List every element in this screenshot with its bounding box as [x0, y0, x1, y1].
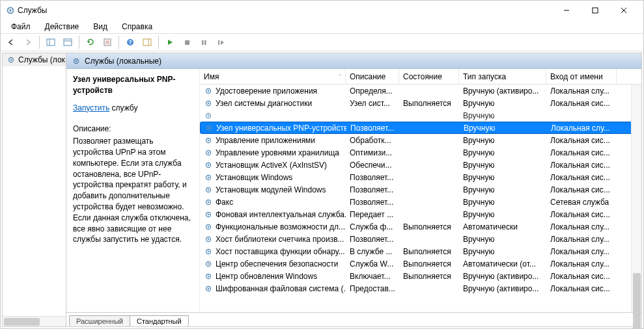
- cell-startup: Вручную (активиро...: [459, 284, 546, 293]
- description-label: Описание:: [73, 124, 193, 135]
- app-icon: [6, 6, 15, 15]
- table-row[interactable]: Вручную: [200, 109, 641, 122]
- svg-point-33: [208, 127, 210, 129]
- svg-rect-8: [64, 39, 72, 46]
- menu-view[interactable]: Вид: [87, 21, 114, 33]
- column-logon[interactable]: Вход от имени: [546, 69, 617, 84]
- gear-icon: [204, 259, 213, 269]
- window-controls: [552, 1, 638, 20]
- gear-icon: [204, 111, 213, 120]
- cell-description: Позволяет...: [346, 173, 399, 182]
- cell-name: Фоновая интеллектуальная служба...: [216, 210, 346, 219]
- cell-description: Включает...: [346, 272, 399, 281]
- cell-logon: Локальная слу...: [546, 222, 617, 231]
- table-row[interactable]: Хост поставщика функции обнару...В служб…: [200, 245, 641, 257]
- table-row[interactable]: Узел системы диагностикиУзел сист...Выпо…: [200, 97, 641, 109]
- cell-logon: Локальная сис...: [546, 173, 617, 182]
- table-row[interactable]: Управление уровнями хранилищаОптимизи...…: [200, 146, 641, 159]
- menu-file[interactable]: Файл: [5, 21, 37, 33]
- cell-startup: Вручную: [459, 173, 546, 182]
- cell-description: Обеспечи...: [346, 161, 399, 170]
- tree-root-label: Службы (лок: [18, 55, 65, 64]
- table-row[interactable]: Функциональные возможности дл...Служба ф…: [200, 220, 641, 233]
- show-hide-tree-button[interactable]: [43, 35, 59, 49]
- help-button[interactable]: ?: [122, 35, 138, 49]
- menu-action[interactable]: Действие: [38, 21, 86, 33]
- table-row[interactable]: Хост библиотеки счетчика произв...Позвол…: [200, 233, 641, 245]
- export-list-button[interactable]: [60, 35, 76, 49]
- table-row[interactable]: ФаксПозволяет...ВручнуюСетевая служба: [200, 196, 641, 208]
- cell-name: Управление уровнями хранилища: [216, 148, 339, 157]
- table-row[interactable]: Установщик WindowsПозволяет...ВручнуюЛок…: [200, 171, 641, 183]
- svg-point-31: [208, 114, 210, 116]
- gear-icon: [204, 148, 213, 157]
- start-service-button[interactable]: [162, 35, 178, 49]
- start-suffix: службу: [109, 103, 137, 112]
- cell-logon: Локальная сис...: [546, 210, 617, 219]
- back-button[interactable]: [3, 35, 19, 49]
- gear-icon: [204, 272, 213, 281]
- horizontal-scrollbar[interactable]: [3, 316, 66, 326]
- table-row[interactable]: Фоновая интеллектуальная служба...Переда…: [200, 208, 641, 220]
- table-row[interactable]: Центр обеспечения безопасностиСлужба W..…: [200, 257, 641, 270]
- tab-standard[interactable]: Стандартный: [130, 315, 189, 326]
- svg-point-23: [10, 59, 12, 61]
- cell-name: Узел системы диагностики: [216, 99, 312, 108]
- cell-description: Предостав...: [346, 284, 399, 293]
- cell-state: Выполняется: [399, 99, 459, 108]
- description-body: Позволяет размещать устройства UPnP на э…: [73, 136, 193, 245]
- cell-name: Хост поставщика функции обнару...: [216, 247, 344, 256]
- cell-logon: Локальная сис...: [546, 284, 617, 293]
- refresh-button[interactable]: [83, 35, 98, 49]
- svg-rect-21: [218, 40, 219, 45]
- action-pane-button[interactable]: [139, 35, 155, 49]
- cell-logon: Локальная сис...: [546, 185, 617, 194]
- forward-button[interactable]: [20, 35, 36, 49]
- cell-logon: Локальная слу...: [546, 235, 617, 244]
- table-row[interactable]: Центр обновления WindowsВключает...Выпол…: [200, 270, 641, 282]
- cell-description: Позволяет...: [346, 235, 399, 244]
- table-row[interactable]: Узел универсальных PNP-устройствПозволяе…: [200, 122, 641, 134]
- svg-point-43: [208, 189, 210, 191]
- cell-logon: Локальная слу...: [546, 86, 617, 96]
- cell-startup: Вручную: [459, 99, 546, 108]
- tree-root-services[interactable]: Службы (лок: [3, 53, 66, 66]
- gear-icon: [204, 173, 213, 182]
- cell-name: Удостоверение приложения: [216, 86, 317, 96]
- titlebar: Службы: [1, 1, 643, 20]
- cell-name: Установщик Windows: [216, 173, 292, 182]
- cell-name: Факс: [216, 198, 233, 207]
- cell-startup: Вручную: [459, 136, 546, 145]
- column-description[interactable]: Описание: [346, 69, 399, 84]
- table-row[interactable]: Управление приложениямиОбработк...Вручну…: [200, 134, 641, 146]
- restart-service-button[interactable]: [213, 35, 229, 49]
- panel-header-title: Службы (локальные): [85, 57, 161, 66]
- pause-service-button[interactable]: [196, 35, 212, 49]
- close-button[interactable]: [609, 1, 638, 20]
- menu-help[interactable]: Справка: [115, 21, 159, 33]
- table-row[interactable]: Установщик ActiveX (AxInstSV)Обеспечи...…: [200, 159, 641, 171]
- cell-logon: Локальная сис...: [546, 148, 617, 157]
- svg-point-49: [208, 226, 210, 228]
- column-state[interactable]: Состояние: [399, 69, 459, 84]
- stop-service-button[interactable]: [179, 35, 195, 49]
- services-list: Имя˄ Описание Состояние Тип запуска Вход…: [200, 69, 641, 312]
- table-row[interactable]: Установщик модулей WindowsПозволяет...Вр…: [200, 183, 641, 196]
- minimize-button[interactable]: [552, 1, 581, 20]
- cell-startup: Вручную (активиро...: [459, 272, 546, 281]
- maximize-button[interactable]: [581, 1, 609, 20]
- properties-button[interactable]: [100, 35, 115, 49]
- gear-icon: [204, 185, 213, 194]
- gear-icon: [204, 124, 214, 133]
- vertical-scrollbar[interactable]: [631, 85, 641, 312]
- table-row[interactable]: Шифрованная файловая система (...Предост…: [200, 282, 641, 295]
- gear-icon: [72, 57, 81, 66]
- cell-description: Узел сист...: [346, 99, 399, 108]
- column-name[interactable]: Имя˄: [200, 69, 346, 84]
- table-row[interactable]: Удостоверение приложенияОпределя...Вручн…: [200, 85, 641, 97]
- gear-icon: [204, 86, 213, 96]
- svg-point-39: [208, 164, 210, 166]
- start-service-link[interactable]: Запустить: [73, 103, 109, 112]
- tab-extended[interactable]: Расширенный: [69, 315, 130, 326]
- column-startup[interactable]: Тип запуска: [459, 69, 546, 84]
